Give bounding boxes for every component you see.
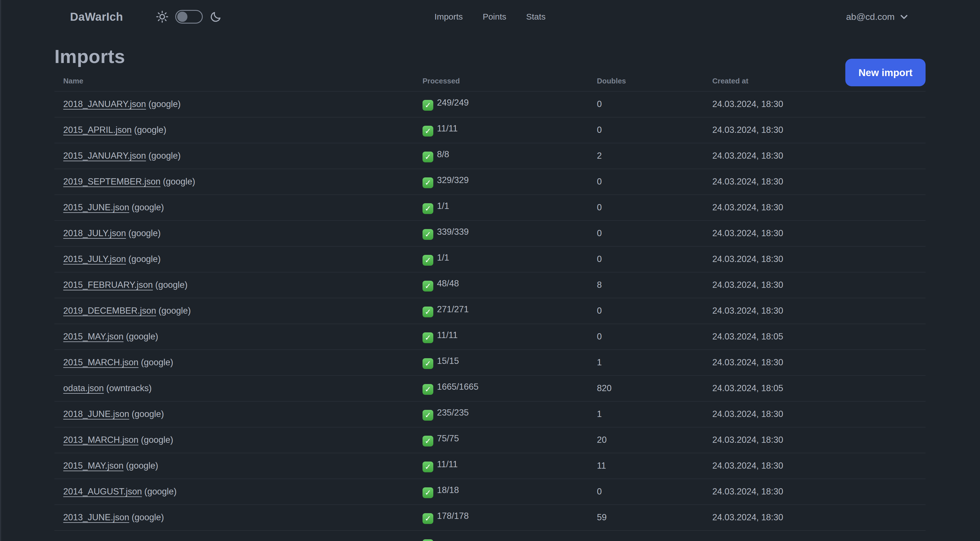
import-source-label: (google)	[132, 203, 164, 212]
name-cell: 2019_DECEMBER.json (google)	[54, 298, 414, 324]
processed-cell	[414, 530, 588, 541]
processed-count: 1/1	[437, 201, 449, 211]
table-row: 2015_JUNE.json (google) 1/1 0 24.03.2024…	[54, 195, 926, 220]
created-at-cell: 24.03.2024, 18:30	[703, 195, 926, 220]
created-at-cell: 24.03.2024, 18:30	[703, 427, 926, 453]
user-menu[interactable]: ab@cd.com	[846, 12, 909, 22]
doubles-cell: 2	[588, 143, 703, 169]
table-row: 2018_JANUARY.json (google) 249/249 0 24.…	[54, 91, 926, 117]
nav-link-imports[interactable]: Imports	[434, 12, 463, 22]
processed-count: 8/8	[437, 149, 449, 159]
table-row: 2014_AUGUST.json (google) 18/18 0 24.03.…	[54, 479, 926, 505]
created-at-cell	[703, 530, 926, 541]
import-file-link[interactable]: 2018_JANUARY.json	[63, 99, 146, 109]
created-at-cell: 24.03.2024, 18:30	[703, 220, 926, 246]
import-file-link[interactable]: odata.json	[63, 383, 104, 393]
processed-cell: 329/329	[414, 169, 588, 195]
doubles-cell: 0	[588, 195, 703, 220]
import-file-link[interactable]: 2015_JUNE.json	[63, 203, 129, 212]
import-file-link[interactable]: 2015_JANUARY.json	[63, 151, 146, 161]
import-file-link[interactable]: 2018_JULY.json	[63, 228, 126, 238]
import-file-link[interactable]: 2015_JULY.json	[63, 254, 126, 264]
main-nav: Imports Points Stats	[434, 12, 546, 22]
column-header-name: Name	[54, 71, 414, 91]
import-source-label: (google)	[141, 357, 173, 367]
new-import-button[interactable]: New import	[845, 59, 926, 86]
import-file-link[interactable]: 2015_APRIL.json	[63, 125, 132, 135]
table-row: 2015_MARCH.json (google) 15/15 1 24.03.2…	[54, 350, 926, 375]
doubles-cell: 59	[588, 505, 703, 530]
name-cell: 2015_FEBRUARY.json (google)	[54, 272, 414, 298]
import-file-link[interactable]: 2013_JUNE.json	[63, 512, 129, 522]
name-cell: 2015_JUNE.json (google)	[54, 195, 414, 220]
success-check-icon	[423, 513, 433, 524]
table-row: 2015_APRIL.json (google) 11/11 0 24.03.2…	[54, 117, 926, 143]
import-file-link[interactable]: 2019_SEPTEMBER.json	[63, 177, 161, 187]
theme-toggle-switch[interactable]	[175, 10, 203, 24]
processed-count: 11/11	[437, 123, 458, 133]
processed-cell: 249/249	[414, 91, 588, 117]
app-logo[interactable]: DaWarIch	[70, 11, 123, 23]
created-at-cell: 24.03.2024, 18:30	[703, 117, 926, 143]
import-file-link[interactable]: 2015_MAY.json	[63, 461, 124, 471]
name-cell: 2013_MARCH.json (google)	[54, 427, 414, 453]
nav-link-stats[interactable]: Stats	[526, 12, 546, 22]
import-file-link[interactable]: 2015_FEBRUARY.json	[63, 280, 153, 290]
theme-toggle-group	[156, 10, 222, 24]
import-source-label: (google)	[155, 280, 188, 290]
created-at-cell: 24.03.2024, 18:30	[703, 143, 926, 169]
user-email: ab@cd.com	[846, 12, 895, 22]
success-check-icon	[423, 539, 433, 541]
processed-count: 178/178	[437, 511, 469, 521]
name-cell: 2014_AUGUST.json (google)	[54, 479, 414, 505]
processed-cell: 8/8	[414, 143, 588, 169]
import-file-link[interactable]: 2019_DECEMBER.json	[63, 306, 156, 316]
processed-count: 48/48	[437, 278, 459, 288]
import-source-label: (google)	[159, 306, 191, 316]
doubles-cell: 11	[588, 453, 703, 479]
processed-count: 271/271	[437, 304, 469, 314]
doubles-cell: 0	[588, 117, 703, 143]
doubles-cell: 20	[588, 427, 703, 453]
import-file-link[interactable]: 2013_MARCH.json	[63, 435, 138, 445]
processed-cell: 11/11	[414, 324, 588, 350]
import-source-label: (google)	[132, 512, 164, 522]
processed-count: 11/11	[437, 330, 458, 340]
processed-count: 15/15	[437, 356, 459, 366]
success-check-icon	[423, 436, 433, 447]
processed-count: 11/11	[437, 459, 458, 469]
processed-count: 339/339	[437, 227, 469, 237]
chevron-down-icon	[899, 12, 909, 22]
name-cell: 2015_MAY.json (google)	[54, 453, 414, 479]
success-check-icon	[423, 306, 433, 318]
doubles-cell: 0	[588, 220, 703, 246]
import-file-link[interactable]: 2015_MARCH.json	[63, 357, 138, 367]
import-file-link[interactable]: 2015_MAY.json	[63, 332, 124, 342]
created-at-cell: 24.03.2024, 18:30	[703, 91, 926, 117]
created-at-cell: 24.03.2024, 18:30	[703, 453, 926, 479]
doubles-cell: 1	[588, 350, 703, 375]
success-check-icon	[423, 229, 433, 240]
success-check-icon	[423, 203, 433, 214]
doubles-cell: 0	[588, 324, 703, 350]
nav-link-points[interactable]: Points	[483, 12, 506, 22]
name-cell: odata.json (owntracks)	[54, 375, 414, 401]
import-source-label: (google)	[163, 177, 196, 187]
table-row: 2018_JULY.json (google) 339/339 0 24.03.…	[54, 220, 926, 246]
imports-table-body: 2018_JANUARY.json (google) 249/249 0 24.…	[54, 91, 926, 541]
table-header-row: Name Processed Doubles Created at	[54, 71, 926, 91]
created-at-cell: 24.03.2024, 18:30	[703, 246, 926, 272]
success-check-icon	[423, 358, 433, 369]
processed-count: 1665/1665	[437, 382, 479, 392]
processed-count: 75/75	[437, 433, 459, 444]
table-row: 2015_FEBRUARY.json (google) 48/48 8 24.0…	[54, 272, 926, 298]
doubles-cell: 820	[588, 375, 703, 401]
doubles-cell: 0	[588, 91, 703, 117]
import-file-link[interactable]: 2018_JUNE.json	[63, 409, 129, 419]
doubles-cell	[588, 530, 703, 541]
created-at-cell: 24.03.2024, 18:05	[703, 375, 926, 401]
import-file-link[interactable]: 2014_AUGUST.json	[63, 487, 142, 496]
imports-table: Name Processed Doubles Created at 2018_J…	[54, 71, 926, 541]
table-row: 2013_MARCH.json (google) 75/75 20 24.03.…	[54, 427, 926, 453]
success-check-icon	[423, 384, 433, 395]
